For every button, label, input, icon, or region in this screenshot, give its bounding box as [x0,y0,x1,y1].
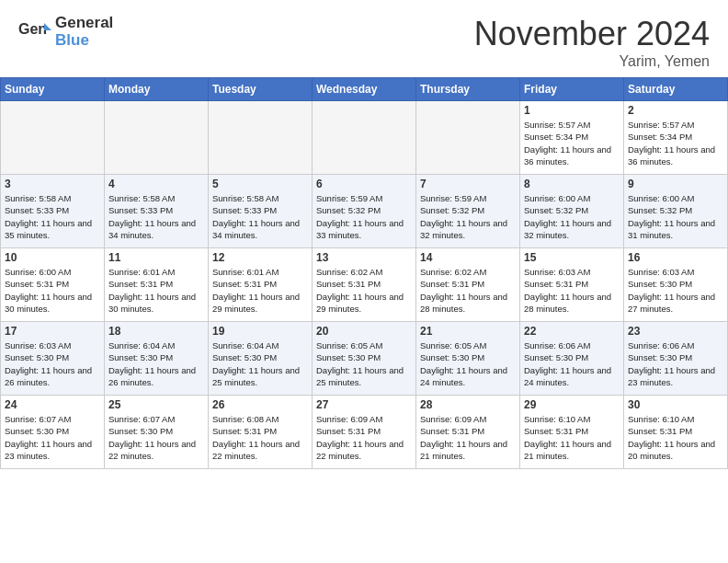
calendar-cell [313,101,416,175]
calendar-cell: 27Sunrise: 6:09 AMSunset: 5:31 PMDayligh… [313,396,416,469]
day-info: Sunrise: 6:02 AMSunset: 5:31 PMDaylight:… [420,266,516,315]
calendar-cell: 9Sunrise: 6:00 AMSunset: 5:32 PMDaylight… [624,175,728,248]
day-info: Sunrise: 6:09 AMSunset: 5:31 PMDaylight:… [420,413,516,462]
page-header: Gen General Blue November 2024 Yarim, Ye… [0,0,728,77]
day-info: Sunrise: 6:08 AMSunset: 5:31 PMDaylight:… [212,413,308,462]
day-number: 26 [212,398,308,411]
weekday-header: Monday [105,78,209,101]
logo-text: General Blue [55,15,113,49]
calendar-cell: 14Sunrise: 6:02 AMSunset: 5:31 PMDayligh… [416,248,520,322]
calendar-cell: 25Sunrise: 6:07 AMSunset: 5:30 PMDayligh… [105,396,209,469]
calendar-cell: 6Sunrise: 5:59 AMSunset: 5:32 PMDaylight… [313,175,416,248]
day-number: 27 [316,398,412,411]
calendar-cell: 23Sunrise: 6:06 AMSunset: 5:30 PMDayligh… [624,322,728,396]
calendar-cell: 3Sunrise: 5:58 AMSunset: 5:33 PMDaylight… [1,175,105,248]
weekday-header: Friday [520,78,624,101]
svg-text:Gen: Gen [18,21,47,37]
day-number: 24 [5,398,100,411]
calendar-week-row: 3Sunrise: 5:58 AMSunset: 5:33 PMDaylight… [1,175,728,248]
day-number: 7 [420,178,516,190]
calendar-cell: 22Sunrise: 6:06 AMSunset: 5:30 PMDayligh… [520,322,624,396]
day-number: 19 [212,325,308,338]
day-number: 11 [108,251,204,264]
day-info: Sunrise: 6:03 AMSunset: 5:30 PMDaylight:… [5,339,100,388]
day-info: Sunrise: 6:04 AMSunset: 5:30 PMDaylight:… [212,339,308,388]
weekday-header-row: SundayMondayTuesdayWednesdayThursdayFrid… [1,78,728,101]
calendar-cell: 29Sunrise: 6:10 AMSunset: 5:31 PMDayligh… [520,396,624,469]
calendar-cell [209,101,313,175]
title-block: November 2024 Yarim, Yemen [474,15,710,70]
day-info: Sunrise: 5:57 AMSunset: 5:34 PMDaylight:… [524,119,620,167]
day-number: 1 [524,104,620,117]
day-number: 25 [108,398,204,411]
calendar-cell: 24Sunrise: 6:07 AMSunset: 5:30 PMDayligh… [1,396,105,469]
day-number: 2 [628,104,723,117]
weekday-header: Saturday [624,78,728,101]
svg-marker-1 [44,23,51,30]
day-info: Sunrise: 6:09 AMSunset: 5:31 PMDaylight:… [316,413,412,462]
calendar-cell: 16Sunrise: 6:03 AMSunset: 5:30 PMDayligh… [624,248,728,322]
day-info: Sunrise: 6:06 AMSunset: 5:30 PMDaylight:… [524,339,620,388]
calendar-cell: 5Sunrise: 5:58 AMSunset: 5:33 PMDaylight… [209,175,313,248]
day-number: 4 [108,178,204,190]
day-info: Sunrise: 6:02 AMSunset: 5:31 PMDaylight:… [316,266,412,315]
calendar-cell: 13Sunrise: 6:02 AMSunset: 5:31 PMDayligh… [313,248,416,322]
day-number: 15 [524,251,620,264]
day-number: 22 [524,325,620,338]
weekday-header: Sunday [1,78,105,101]
day-number: 17 [5,325,100,338]
day-info: Sunrise: 5:57 AMSunset: 5:34 PMDaylight:… [628,119,723,167]
day-info: Sunrise: 6:05 AMSunset: 5:30 PMDaylight:… [316,339,412,388]
day-info: Sunrise: 5:58 AMSunset: 5:33 PMDaylight:… [5,192,100,241]
day-number: 18 [108,325,204,338]
weekday-header: Wednesday [313,78,416,101]
calendar-cell: 1Sunrise: 5:57 AMSunset: 5:34 PMDaylight… [520,101,624,175]
day-info: Sunrise: 6:03 AMSunset: 5:30 PMDaylight:… [628,266,723,315]
day-number: 10 [5,251,100,264]
calendar-week-row: 10Sunrise: 6:00 AMSunset: 5:31 PMDayligh… [1,248,728,322]
day-info: Sunrise: 5:59 AMSunset: 5:32 PMDaylight:… [420,192,516,241]
day-number: 14 [420,251,516,264]
logo: Gen General Blue [18,15,113,49]
day-number: 28 [420,398,516,411]
calendar-cell: 19Sunrise: 6:04 AMSunset: 5:30 PMDayligh… [209,322,313,396]
calendar-cell: 30Sunrise: 6:10 AMSunset: 5:31 PMDayligh… [624,396,728,469]
day-number: 23 [628,325,723,338]
day-info: Sunrise: 6:03 AMSunset: 5:31 PMDaylight:… [524,266,620,315]
calendar-cell: 18Sunrise: 6:04 AMSunset: 5:30 PMDayligh… [105,322,209,396]
day-info: Sunrise: 6:05 AMSunset: 5:30 PMDaylight:… [420,339,516,388]
day-info: Sunrise: 5:58 AMSunset: 5:33 PMDaylight:… [212,192,308,241]
calendar-cell: 28Sunrise: 6:09 AMSunset: 5:31 PMDayligh… [416,396,520,469]
day-info: Sunrise: 6:07 AMSunset: 5:30 PMDaylight:… [108,413,204,462]
day-info: Sunrise: 6:07 AMSunset: 5:30 PMDaylight:… [5,413,100,462]
calendar-cell: 20Sunrise: 6:05 AMSunset: 5:30 PMDayligh… [313,322,416,396]
calendar-cell: 12Sunrise: 6:01 AMSunset: 5:31 PMDayligh… [209,248,313,322]
calendar-cell: 11Sunrise: 6:01 AMSunset: 5:31 PMDayligh… [105,248,209,322]
day-number: 6 [316,178,412,190]
day-info: Sunrise: 5:58 AMSunset: 5:33 PMDaylight:… [108,192,204,241]
day-number: 3 [5,178,100,190]
weekday-header: Tuesday [209,78,313,101]
day-number: 9 [628,178,723,190]
day-number: 30 [628,398,723,411]
calendar-cell: 10Sunrise: 6:00 AMSunset: 5:31 PMDayligh… [1,248,105,322]
calendar-cell [416,101,520,175]
weekday-header: Thursday [416,78,520,101]
calendar-cell: 21Sunrise: 6:05 AMSunset: 5:30 PMDayligh… [416,322,520,396]
day-info: Sunrise: 6:00 AMSunset: 5:32 PMDaylight:… [628,192,723,241]
calendar-cell: 4Sunrise: 5:58 AMSunset: 5:33 PMDaylight… [105,175,209,248]
calendar-cell: 8Sunrise: 6:00 AMSunset: 5:32 PMDaylight… [520,175,624,248]
logo-blue: Blue [55,32,113,50]
calendar-week-row: 24Sunrise: 6:07 AMSunset: 5:30 PMDayligh… [1,396,728,469]
calendar-cell: 26Sunrise: 6:08 AMSunset: 5:31 PMDayligh… [209,396,313,469]
logo-general: General [55,15,113,32]
day-info: Sunrise: 6:00 AMSunset: 5:32 PMDaylight:… [524,192,620,241]
day-number: 16 [628,251,723,264]
location: Yarim, Yemen [474,53,710,70]
day-number: 20 [316,325,412,338]
day-number: 8 [524,178,620,190]
day-info: Sunrise: 6:06 AMSunset: 5:30 PMDaylight:… [628,339,723,388]
month-title: November 2024 [474,15,710,53]
calendar-week-row: 17Sunrise: 6:03 AMSunset: 5:30 PMDayligh… [1,322,728,396]
day-info: Sunrise: 5:59 AMSunset: 5:32 PMDaylight:… [316,192,412,241]
